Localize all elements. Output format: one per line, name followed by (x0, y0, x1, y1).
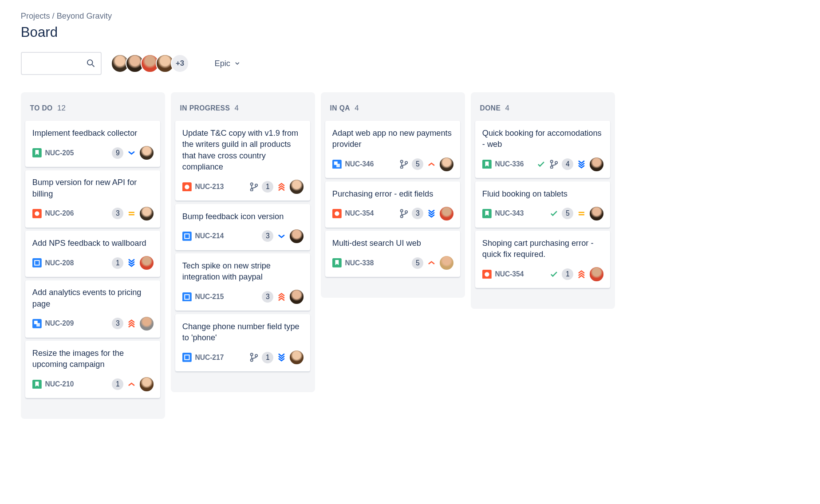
svg-point-43 (550, 160, 552, 162)
card[interactable]: Adapt web app no new payments provider N… (325, 121, 460, 178)
assignee-avatar[interactable] (590, 158, 603, 171)
priority-low-icon (127, 148, 136, 158)
assignee-avatar[interactable] (140, 377, 154, 391)
card[interactable]: Bump feedback icon version NUC-2143 (175, 204, 310, 250)
avatar-more[interactable]: +3 (171, 54, 189, 73)
assignee-avatar[interactable] (440, 256, 453, 270)
estimate-badge: 4 (562, 158, 573, 170)
card[interactable]: Multi-dest search UI web NUC-3385 (325, 231, 460, 276)
card[interactable]: Tech spike on new stripe integration wit… (175, 253, 310, 311)
card[interactable]: Add analytics events to pricing page NUC… (25, 280, 160, 338)
avatar-stack: +3 (111, 54, 189, 73)
svg-rect-21 (182, 232, 192, 241)
estimate-badge: 1 (262, 352, 273, 363)
card-title: Quick booking for accomodations - web (482, 128, 603, 150)
card[interactable]: Shoping cart purchasing error - quick fi… (475, 231, 610, 288)
card-title: Purchasing error - edit fields (332, 189, 453, 200)
card[interactable]: Bump version for new API for billing NUC… (25, 170, 160, 228)
assignee-avatar[interactable] (140, 146, 154, 160)
estimate-badge: 3 (262, 230, 273, 242)
assignee-avatar[interactable] (140, 207, 154, 220)
priority-lowest-icon (127, 258, 136, 268)
issue-key: NUC-215 (195, 293, 258, 301)
card-title: Add analytics events to pricing page (32, 287, 154, 310)
priority-high-icon (427, 160, 436, 169)
breadcrumb-project-name[interactable]: Beyond Gravity (57, 12, 112, 20)
assignee-avatar[interactable] (290, 350, 304, 364)
issue-type-story-icon (482, 209, 492, 218)
card-title: Update T&C copy with v1.9 from the write… (182, 128, 304, 173)
page-title: Board (21, 24, 58, 40)
svg-rect-32 (336, 164, 340, 167)
breadcrumb-projects[interactable]: Projects (21, 12, 50, 20)
estimate-badge: 3 (262, 291, 273, 303)
card[interactable]: Change phone number field type to 'phone… (175, 314, 310, 371)
card[interactable]: Update T&C copy with v1.9 from the write… (175, 121, 310, 201)
issue-key: NUC-346 (345, 160, 395, 168)
assignee-avatar[interactable] (290, 290, 304, 303)
estimate-badge: 5 (562, 208, 573, 219)
assignee-avatar[interactable] (590, 267, 603, 281)
svg-point-7 (35, 211, 39, 216)
priority-highest-icon (127, 319, 136, 328)
issue-type-task-icon (182, 232, 192, 241)
svg-point-20 (255, 184, 257, 186)
assignee-avatar[interactable] (140, 256, 154, 270)
issue-key: NUC-354 (345, 209, 395, 217)
assignee-avatar[interactable] (440, 158, 453, 171)
svg-rect-25 (182, 353, 192, 362)
card[interactable]: Implement feedback collector NUC-2059 (25, 121, 160, 166)
svg-rect-14 (36, 323, 40, 327)
card[interactable]: Fluid booking on tablets NUC-3435 (475, 181, 610, 227)
done-check-icon (549, 270, 559, 279)
column-count: 4 (355, 104, 359, 113)
svg-rect-10 (32, 258, 42, 268)
card-title: Implement feedback collector (32, 128, 154, 139)
card-title: Multi-dest search UI web (332, 238, 453, 249)
done-check-icon (536, 160, 546, 169)
issue-type-task-icon (32, 258, 42, 268)
search-input[interactable] (39, 59, 86, 68)
svg-line-4 (92, 65, 95, 67)
issue-type-subtask-icon (32, 319, 42, 328)
priority-medium-icon (127, 209, 136, 218)
column-count: 12 (57, 104, 66, 113)
assignee-avatar[interactable] (290, 180, 304, 193)
branch-icon (399, 209, 409, 218)
issue-type-task-icon (182, 353, 192, 362)
svg-point-34 (400, 166, 402, 168)
column-title: IN PROGRESS (180, 104, 230, 112)
done-check-icon (549, 209, 559, 218)
issue-key: NUC-208 (45, 259, 108, 267)
search-box[interactable] (21, 52, 102, 75)
estimate-badge: 3 (112, 208, 123, 219)
assignee-avatar[interactable] (140, 317, 154, 331)
svg-point-40 (405, 211, 407, 213)
assignee-avatar[interactable] (590, 207, 603, 220)
assignee-avatar[interactable] (440, 207, 453, 220)
issue-type-bug-icon (182, 182, 192, 192)
issue-key: NUC-343 (495, 209, 545, 217)
assignee-avatar[interactable] (290, 229, 304, 243)
column-count: 4 (505, 104, 509, 113)
card[interactable]: Quick booking for accomodations - web NU… (475, 121, 610, 178)
column: TO DO 12 Implement feedback collector NU… (21, 92, 165, 419)
svg-point-27 (250, 354, 252, 356)
estimate-badge: 3 (412, 208, 423, 219)
estimate-badge: 1 (262, 181, 273, 193)
column: DONE 4 Quick booking for accomodations -… (471, 92, 615, 309)
svg-point-28 (250, 359, 252, 362)
card[interactable]: Resize the images for the upcoming campa… (25, 341, 160, 398)
epic-filter[interactable]: Epic (210, 54, 245, 73)
card[interactable]: Purchasing error - edit fields NUC-3543 (325, 181, 460, 227)
issue-key: NUC-217 (195, 354, 245, 362)
issue-type-story-icon (482, 160, 492, 169)
svg-point-19 (250, 189, 252, 191)
priority-lowest-icon (577, 160, 586, 169)
estimate-badge: 5 (412, 158, 423, 170)
priority-low-icon (277, 232, 286, 241)
branch-icon (399, 160, 409, 169)
card[interactable]: Add NPS feedback to wallboard NUC-2081 (25, 231, 160, 276)
card-title: Tech spike on new stripe integration wit… (182, 260, 304, 283)
issue-key: NUC-209 (45, 319, 108, 327)
